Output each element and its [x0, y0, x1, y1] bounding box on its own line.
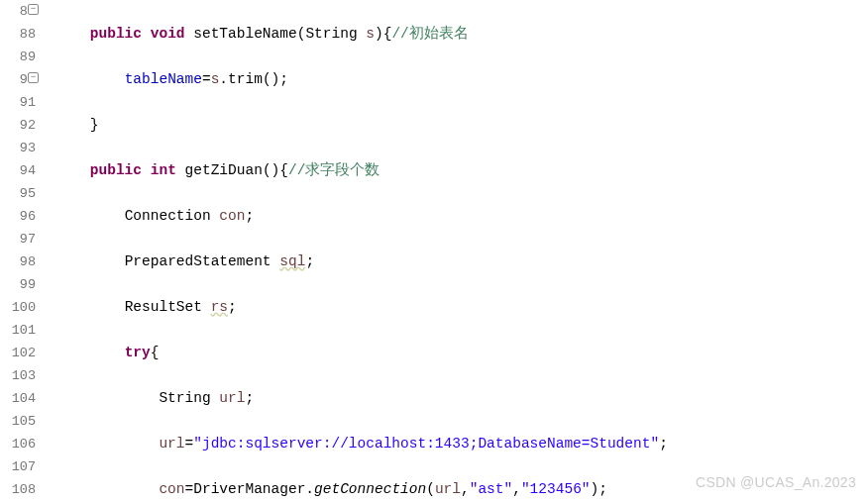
- line-number: 92: [20, 118, 36, 133]
- method-name: getZiDuan: [185, 162, 263, 178]
- field: tableName: [125, 71, 202, 87]
- op: =: [202, 71, 211, 87]
- code-editor: 87− 88 89 90− 91 92 93 94 95 96 97 98 99…: [0, 0, 868, 502]
- gutter-line: 90−: [0, 68, 36, 91]
- punct: ;: [245, 208, 254, 224]
- line-number: 95: [20, 186, 36, 201]
- string: "ast": [470, 481, 513, 497]
- string: "jdbc:sqlserver://localhost:1433;Databas…: [193, 436, 659, 452]
- op: =: [185, 436, 194, 452]
- gutter-line: 95: [0, 182, 36, 205]
- punct: ;: [245, 390, 254, 406]
- op: =: [185, 481, 194, 497]
- line-number: 105: [12, 414, 36, 429]
- line-number: 103: [12, 368, 36, 383]
- line-number: 107: [12, 459, 36, 474]
- method-call: getConnection: [314, 481, 426, 497]
- watermark: CSDN @UCAS_An.2023: [696, 474, 856, 490]
- code-area[interactable]: public void setTableName(String s){//初始表…: [42, 0, 868, 502]
- type: DriverManager: [193, 481, 305, 497]
- line-number: 100: [12, 300, 36, 315]
- line-number: 94: [20, 163, 36, 178]
- gutter-line: 92: [0, 114, 36, 137]
- var: sql: [279, 253, 305, 269]
- punct: ;: [659, 436, 668, 452]
- gutter-line: 91: [0, 91, 36, 114]
- line-number: 91: [20, 95, 36, 110]
- punct: ,: [461, 481, 470, 497]
- keyword: void: [151, 26, 185, 42]
- gutter-line: 99: [0, 273, 36, 296]
- type: ResultSet: [125, 299, 202, 315]
- line-number: 102: [12, 346, 36, 360]
- gutter-line: 103: [0, 364, 36, 387]
- line-number: 99: [20, 277, 36, 292]
- type: Connection: [125, 208, 211, 224]
- punct: (: [426, 481, 435, 497]
- code-line[interactable]: PreparedStatement sql;: [55, 251, 868, 273]
- type: String: [305, 26, 357, 42]
- method-name: setTableName: [193, 26, 296, 42]
- code-line[interactable]: ResultSet rs;: [55, 296, 868, 319]
- var: url: [435, 481, 461, 497]
- line-number: 88: [20, 27, 36, 42]
- gutter-line: 98: [0, 251, 36, 273]
- param: s: [366, 26, 375, 42]
- punct: ;: [228, 299, 237, 315]
- dot: .: [219, 71, 228, 87]
- line-number: 89: [20, 50, 36, 64]
- brace: {: [151, 345, 160, 360]
- gutter-line: 106: [0, 433, 36, 455]
- gutter-line: 102: [0, 342, 36, 364]
- punct: (): [263, 162, 279, 178]
- gutter-line: 94: [0, 159, 36, 182]
- gutter-line: 87−: [0, 0, 36, 23]
- code-line[interactable]: url="jdbc:sqlserver://localhost:1433;Dat…: [55, 433, 868, 455]
- punct: );: [591, 481, 607, 497]
- keyword: public: [90, 162, 142, 178]
- keyword: int: [151, 162, 176, 178]
- fold-marker-icon[interactable]: −: [28, 4, 39, 15]
- gutter-line: 96: [0, 205, 36, 228]
- code-line[interactable]: String url;: [55, 387, 868, 410]
- code-line[interactable]: public void setTableName(String s){//初始表…: [55, 23, 868, 46]
- dot: .: [305, 481, 314, 497]
- gutter-line: 108: [0, 478, 36, 501]
- line-number: 108: [12, 482, 36, 497]
- brace: }: [90, 117, 99, 133]
- line-number: 93: [20, 141, 36, 155]
- gutter-line: 101: [0, 319, 36, 342]
- line-number: 97: [20, 232, 36, 247]
- var: url: [159, 436, 184, 452]
- method-call: trim: [228, 71, 263, 87]
- type: String: [159, 390, 210, 406]
- code-line[interactable]: Connection con;: [55, 205, 868, 228]
- gutter-line: 93: [0, 137, 36, 159]
- fold-marker-icon[interactable]: −: [28, 72, 39, 83]
- keyword: try: [125, 345, 151, 360]
- var: con: [159, 481, 184, 497]
- line-gutter: 87− 88 89 90− 91 92 93 94 95 96 97 98 99…: [0, 0, 42, 502]
- code-line[interactable]: try{: [55, 342, 868, 364]
- punct: ;: [305, 253, 314, 269]
- punct: ();: [263, 71, 288, 87]
- gutter-line: 100: [0, 296, 36, 319]
- gutter-line: 97: [0, 228, 36, 251]
- line-number: 96: [20, 209, 36, 224]
- gutter-line: 105: [0, 410, 36, 433]
- line-number: 98: [20, 254, 36, 269]
- gutter-line: 89: [0, 46, 36, 68]
- string: "123456": [521, 481, 591, 497]
- code-line[interactable]: public int getZiDuan(){//求字段个数: [55, 159, 868, 182]
- line-number: 101: [12, 323, 36, 338]
- keyword: public: [90, 26, 142, 42]
- code-line[interactable]: tableName=s.trim();: [55, 68, 868, 91]
- var: con: [219, 208, 245, 224]
- brace: {: [279, 162, 288, 178]
- code-line[interactable]: }: [55, 114, 868, 137]
- line-number: 106: [12, 437, 36, 452]
- type: PreparedStatement: [125, 253, 271, 269]
- gutter-line: 104: [0, 387, 36, 410]
- punct: ,: [512, 481, 521, 497]
- gutter-line: 88: [0, 23, 36, 46]
